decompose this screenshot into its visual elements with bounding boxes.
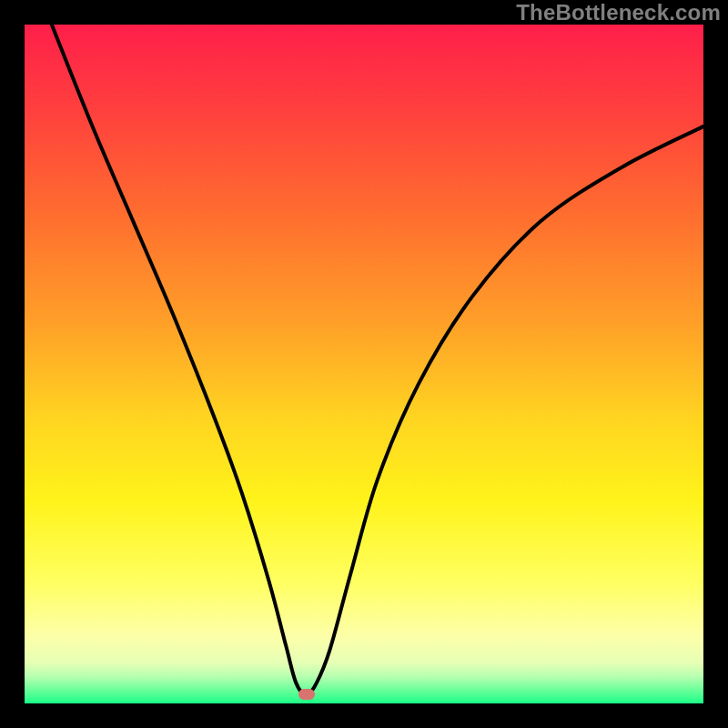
- watermark-text: TheBottleneck.com: [516, 0, 721, 25]
- plot-area: [25, 25, 703, 703]
- bottleneck-curve: [25, 25, 703, 703]
- figure-frame: TheBottleneck.com: [0, 0, 728, 728]
- optimum-marker: [298, 689, 315, 700]
